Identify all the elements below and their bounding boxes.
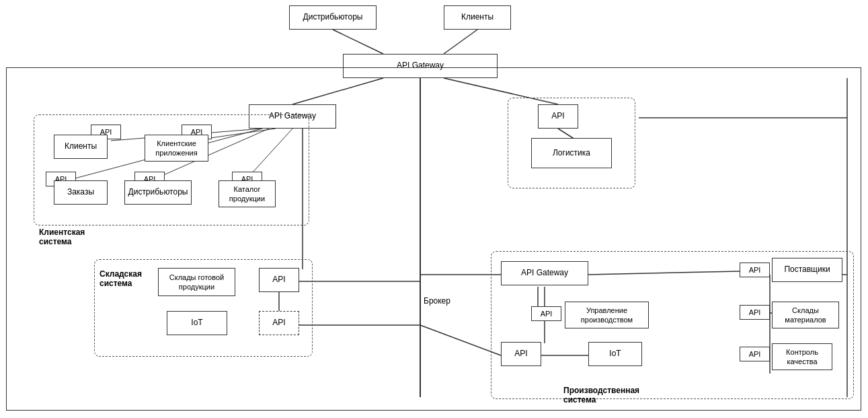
broker-label: Брокер: [424, 296, 450, 306]
manage-box: Управлениепроизводством: [565, 302, 649, 328]
svg-line-0: [333, 30, 383, 54]
api-prod-bottom: API: [501, 342, 541, 366]
iot-prod-box: IoT: [588, 342, 642, 366]
architecture-diagram: Дистрибьюторы Клиенты API Gateway API Ga…: [0, 0, 868, 418]
catalog-box: Каталогпродукции: [219, 180, 276, 207]
svg-line-18: [420, 325, 501, 355]
prod-system-label: Производственнаясистема: [563, 386, 639, 405]
api-iot-warehouse: API: [259, 311, 299, 335]
api-materials-small: API: [740, 305, 770, 320]
api-gateway-prod: API Gateway: [501, 261, 588, 285]
api-quality-small: API: [740, 347, 770, 361]
api-gateway-top: API Gateway: [343, 54, 498, 78]
distributors-inner-box: Дистрибьюторы: [124, 180, 192, 205]
suppliers-box: Поставщики: [772, 258, 842, 282]
svg-line-1: [444, 30, 477, 54]
distributors-box: Дистрибьюторы: [289, 5, 377, 30]
api-warehouse: API: [259, 268, 299, 292]
clients-inner-box: Клиенты: [54, 135, 108, 159]
orders-box: Заказы: [54, 180, 108, 205]
iot-warehouse-box: IoT: [167, 311, 227, 335]
svg-line-2: [292, 78, 383, 104]
warehouse-system-label: Складскаясистема: [100, 269, 142, 288]
api-suppliers-small: API: [740, 263, 770, 277]
logistics-box: Логистика: [531, 138, 612, 168]
quality-box: Контролькачества: [772, 343, 832, 370]
materials-box: Складыматериалов: [772, 302, 839, 328]
client-system-label: Клиентскаясистема: [39, 228, 85, 246]
clients-top-box: Клиенты: [444, 5, 511, 30]
client-apps-box: Клиентскиеприложения: [145, 135, 208, 162]
client-system-region: [34, 114, 309, 225]
warehouse-goods-box: Склады готовойпродукции: [158, 268, 235, 296]
api-manage-small: API: [531, 306, 561, 321]
